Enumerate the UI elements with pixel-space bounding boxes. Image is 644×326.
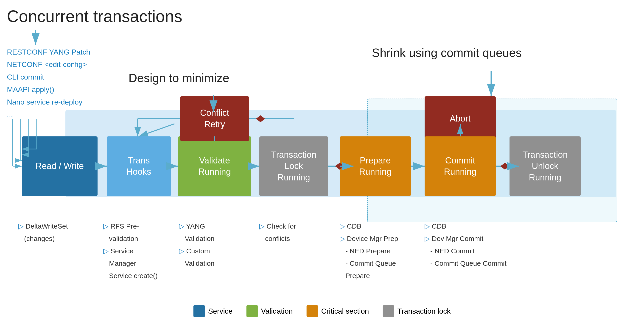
validate-running-box: ValidateRunning xyxy=(178,136,251,196)
abort-box: Abort xyxy=(424,96,496,141)
legend-translock-label: Transaction lock xyxy=(398,307,451,316)
legend-service: Service xyxy=(194,305,233,317)
main-title: Concurrent transactions xyxy=(7,7,182,26)
read-write-box: Read / Write xyxy=(22,136,98,196)
transaction-unlock-box: TransactionUnlockRunning xyxy=(510,136,581,196)
transaction-lock-box: TransactionLockRunning xyxy=(259,136,328,196)
legend-validation: Validation xyxy=(246,305,292,317)
diagram-container: Concurrent transactions RESTCONF YANG Pa… xyxy=(0,0,644,326)
left-label-4: MAAPI apply() xyxy=(7,83,90,96)
legend-critical: Critical section xyxy=(306,305,369,317)
legend-validation-label: Validation xyxy=(261,307,292,316)
left-label-1: RESTCONF YANG Patch xyxy=(7,46,90,58)
bottom-col2: ▷ RFS Pre- validation ▷ Service Manager … xyxy=(103,220,158,282)
legend-critical-label: Critical section xyxy=(321,307,369,316)
bottom-col5: ▷ CDB ▷ Device Mgr Prep - NED Prepare - … xyxy=(340,220,398,282)
commit-running-box: CommitRunning xyxy=(424,136,496,196)
left-labels: RESTCONF YANG Patch NETCONF <edit-config… xyxy=(7,46,90,121)
left-label-2: NETCONF <edit-config> xyxy=(7,58,90,71)
legend-service-box xyxy=(194,305,205,317)
bottom-col1: ▷ DeltaWriteSet (changes) xyxy=(18,220,68,245)
conflict-retry-box: ConflictRetry xyxy=(180,96,249,141)
left-label-5: Nano service re-deploy xyxy=(7,96,90,108)
legend-service-label: Service xyxy=(208,307,233,316)
legend: Service Validation Critical section Tran… xyxy=(194,305,451,317)
trans-hooks-box: TransHooks xyxy=(107,136,171,196)
legend-translock-box xyxy=(383,305,394,317)
left-label-3: CLI commit xyxy=(7,71,90,83)
design-label: Design to minimize xyxy=(128,71,229,85)
prepare-running-box: PrepareRunning xyxy=(340,136,411,196)
bottom-col3: ▷ YANG Validation ▷ Custom Validation xyxy=(179,220,214,270)
legend-critical-box xyxy=(306,305,318,317)
legend-validation-box xyxy=(246,305,258,317)
bottom-col6: ▷ CDB ▷ Dev Mgr Commit - NED Commit - Co… xyxy=(424,220,506,270)
shrink-label: Shrink using commit queues xyxy=(372,46,522,60)
bottom-col4: ▷ Check for conflicts xyxy=(259,220,296,245)
legend-translock: Transaction lock xyxy=(383,305,451,317)
